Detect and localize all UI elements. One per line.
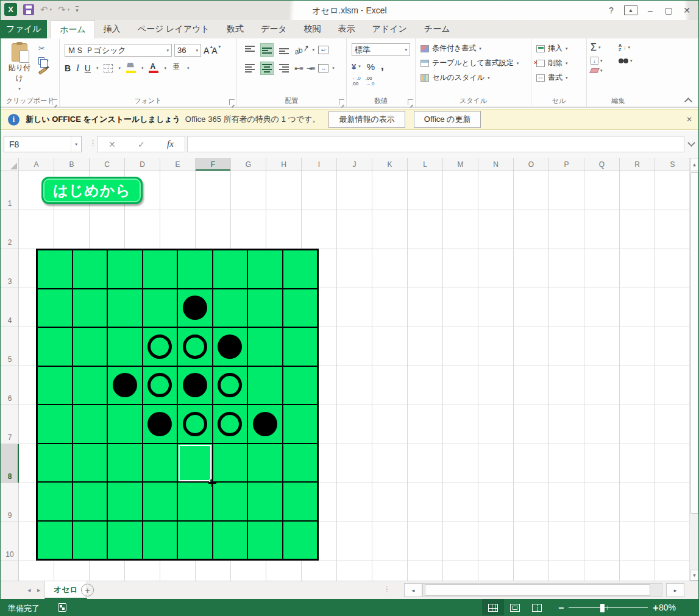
horizontal-scrollbar[interactable] <box>422 583 662 597</box>
row-header-1[interactable]: 1 <box>1 171 19 210</box>
zoom-out-button[interactable]: − <box>558 603 564 614</box>
formula-input[interactable] <box>187 136 684 152</box>
column-header-A[interactable]: A <box>19 158 54 171</box>
comma-style-button[interactable]: , <box>381 60 384 73</box>
board-cell-H6[interactable] <box>248 367 282 405</box>
board-cell-C7[interactable] <box>73 405 107 443</box>
column-header-N[interactable]: N <box>478 158 514 171</box>
tab-データ[interactable]: データ <box>252 20 296 38</box>
board-cell-B6[interactable] <box>38 367 72 405</box>
board-cell-C6[interactable] <box>73 367 107 405</box>
currency-icon[interactable]: ¥ <box>352 62 356 71</box>
tab-校閲[interactable]: 校閲 <box>296 20 330 38</box>
column-header-B[interactable]: B <box>54 158 90 171</box>
board-cell-H3[interactable] <box>248 250 282 288</box>
formula-bar-splitter[interactable]: ⋮ <box>89 138 97 147</box>
next-sheet-arrow[interactable]: ▸ <box>37 586 41 594</box>
bold-button[interactable]: B <box>65 63 71 73</box>
cells-item[interactable]: 書式▾ <box>536 73 568 83</box>
board-cell-G5[interactable] <box>213 328 247 366</box>
tab-数式[interactable]: 数式 <box>218 20 252 38</box>
tab-ホーム[interactable]: ホーム <box>51 20 95 38</box>
new-sheet-button[interactable]: + <box>81 584 94 597</box>
board-cell-D7[interactable] <box>108 405 142 443</box>
align-left-button[interactable] <box>243 62 257 75</box>
tab-file[interactable]: ファイル <box>1 20 47 38</box>
column-header-F[interactable]: F <box>196 158 231 171</box>
clear-button[interactable]: ▾ <box>591 68 619 73</box>
board-cell-G3[interactable] <box>213 250 247 288</box>
orientation-icon[interactable]: ab↗ <box>293 43 310 56</box>
row-header-3[interactable]: 3 <box>1 249 19 288</box>
enter-icon[interactable]: ✓ <box>138 140 145 149</box>
board-cell-H9[interactable] <box>248 483 282 520</box>
column-header-J[interactable]: J <box>337 158 372 171</box>
board-cell-F4[interactable] <box>178 289 212 327</box>
board-cell-G4[interactable] <box>213 289 247 327</box>
column-header-P[interactable]: P <box>549 158 584 171</box>
borders-icon[interactable] <box>104 64 113 73</box>
name-box-caret[interactable]: ▾ <box>71 136 81 152</box>
number-format-select[interactable]: 標準▾ <box>352 43 410 56</box>
board-cell-H8[interactable] <box>248 444 282 482</box>
hscroll-right-arrow[interactable]: ▸ <box>666 583 684 597</box>
board-cell-D9[interactable] <box>108 483 142 520</box>
row-header-7[interactable]: 7 <box>1 405 19 444</box>
board-cell-B5[interactable] <box>38 328 72 366</box>
board-cell-B8[interactable] <box>38 444 72 482</box>
maximize-button[interactable]: ▢ <box>659 2 678 18</box>
align-right-button[interactable] <box>277 62 291 75</box>
board-cell-I3[interactable] <box>283 250 318 288</box>
hscroll-left-arrow[interactable]: ◂ <box>404 583 422 597</box>
font-dialog-launcher[interactable] <box>229 99 235 105</box>
font-size-select[interactable]: 36▾ <box>174 44 201 57</box>
board-cell-D3[interactable] <box>108 250 142 288</box>
row-header-6[interactable]: 6 <box>1 366 19 405</box>
column-header-O[interactable]: O <box>514 158 549 171</box>
view-page-break-button[interactable] <box>526 599 548 616</box>
minimize-button[interactable]: – <box>641 2 659 18</box>
board-cell-F6[interactable] <box>178 367 212 405</box>
board-cell-I10[interactable] <box>283 522 318 559</box>
help-button[interactable]: ? <box>602 2 620 18</box>
font-color-icon[interactable]: A <box>149 63 158 74</box>
prev-sheet-arrow[interactable]: ◂ <box>27 586 31 594</box>
decrease-indent-icon[interactable]: ⇤≡ <box>294 65 303 73</box>
fill-button[interactable]: ↓▾ <box>591 57 619 65</box>
board-cell-G8[interactable] <box>213 444 247 482</box>
board-cell-H4[interactable] <box>248 289 282 327</box>
tab-表示[interactable]: 表示 <box>330 20 364 38</box>
cut-icon[interactable]: ✂ <box>38 44 45 52</box>
board-cell-B7[interactable] <box>38 405 72 443</box>
row-header-partial[interactable] <box>1 561 19 581</box>
board-cell-H5[interactable] <box>248 328 282 366</box>
board-cell-B9[interactable] <box>38 483 72 520</box>
tab-ページ レイアウト[interactable]: ページ レイアウト <box>129 20 218 38</box>
sort-filter-button[interactable]: AZ↓▾ <box>619 42 647 53</box>
find-select-button[interactable]: ▾ <box>619 57 647 65</box>
tab-挿入[interactable]: 挿入 <box>95 20 129 38</box>
board-cell-F3[interactable] <box>178 250 212 288</box>
tab-チーム[interactable]: チーム <box>416 20 459 38</box>
column-header-Q[interactable]: Q <box>584 158 620 171</box>
copy-icon[interactable] <box>38 57 44 65</box>
align-center-button[interactable] <box>260 62 274 75</box>
zoom-slider[interactable] <box>569 599 648 616</box>
column-header-I[interactable]: I <box>302 158 337 171</box>
board-cell-H10[interactable] <box>248 522 282 559</box>
column-header-M[interactable]: M <box>443 158 478 171</box>
zoom-slider-handle[interactable] <box>600 604 605 612</box>
vertical-scroll-thumb[interactable] <box>690 172 698 514</box>
tab-アドイン[interactable]: アドイン <box>364 20 416 38</box>
board-cell-B4[interactable] <box>38 289 72 327</box>
row-header-5[interactable]: 5 <box>1 327 19 366</box>
alignment-dialog-launcher[interactable] <box>339 99 344 105</box>
board-cell-D10[interactable] <box>108 522 142 559</box>
row-header-8[interactable]: 8 <box>1 444 19 483</box>
notification-close-icon[interactable]: ✕ <box>686 115 692 124</box>
increase-decimal-button[interactable]: ←.0.00 <box>352 76 361 87</box>
board-cell-E9[interactable] <box>143 483 177 520</box>
row-header-10[interactable]: 10 <box>1 522 19 561</box>
font-name-select[interactable]: ＭＳ Ｐゴシック▾ <box>65 44 172 57</box>
shrink-font-button[interactable]: A▼ <box>211 46 217 55</box>
